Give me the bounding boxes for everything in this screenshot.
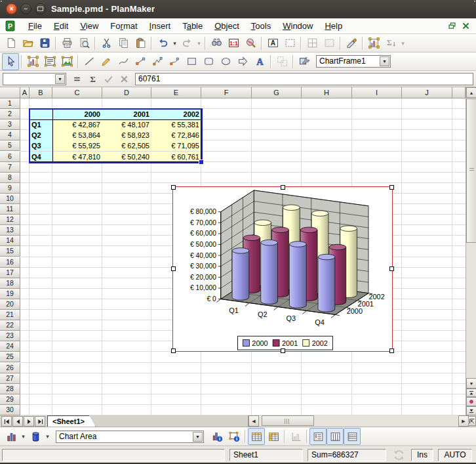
status-auto[interactable]: AUTO (438, 449, 472, 461)
cylinder-button[interactable] (27, 428, 44, 445)
chart-type-button[interactable] (3, 428, 20, 445)
menu-object[interactable]: Object (208, 20, 245, 32)
close-window-icon[interactable] (462, 22, 470, 30)
axes-button[interactable] (287, 428, 304, 445)
row-header-2[interactable]: 2 (0, 109, 20, 119)
polyline-button[interactable] (149, 53, 166, 70)
column-header-H[interactable]: H (302, 87, 352, 98)
scroll-left-button[interactable]: ◀ (248, 415, 259, 427)
resize-handle-s[interactable] (281, 348, 285, 353)
scroll-up-button[interactable]: ▲ (466, 87, 476, 98)
vertical-scroll-thumb[interactable] (466, 98, 476, 243)
zoom-actual-button[interactable] (225, 35, 242, 52)
row-header-20[interactable]: 20 (0, 299, 20, 310)
row-header-21[interactable]: 21 (0, 310, 20, 320)
chart-type-dropdown[interactable]: ▾ (20, 433, 27, 440)
resize-handle-e[interactable] (389, 266, 394, 271)
confirm-button[interactable] (100, 71, 116, 87)
fill-handle[interactable] (199, 159, 204, 165)
legend-button[interactable] (309, 428, 327, 445)
row-header-15[interactable]: 15 (0, 246, 20, 257)
first-sheet-button[interactable] (1, 416, 12, 427)
menu-view[interactable]: View (74, 20, 104, 32)
frame-info-button[interactable] (226, 428, 243, 445)
mark-button[interactable] (466, 397, 476, 406)
status-insert-mode[interactable]: Ins (411, 449, 433, 461)
row-header-10[interactable]: 10 (0, 194, 20, 204)
cancel-button[interactable] (116, 71, 132, 87)
row-header-7[interactable]: 7 (0, 162, 20, 173)
sigma-button[interactable] (85, 71, 100, 87)
row-header-22[interactable]: 22 (0, 320, 20, 331)
menu-help[interactable]: Help (319, 20, 348, 32)
undo-dropdown[interactable]: ▾ (171, 40, 178, 47)
cylinder-dropdown[interactable]: ▾ (44, 433, 51, 440)
scroll-origin-button[interactable] (468, 416, 476, 426)
chart-element-selector[interactable]: Chart Area ▼ (56, 431, 204, 443)
column-header-B[interactable]: B (30, 87, 52, 98)
chevron-down-icon[interactable]: ▼ (55, 74, 65, 84)
menu-file[interactable]: File (22, 20, 48, 32)
autosum-button[interactable] (382, 35, 399, 52)
redo-button[interactable] (178, 35, 195, 52)
last-sheet-button[interactable] (35, 416, 45, 427)
formula-input[interactable] (135, 73, 473, 85)
row-header-14[interactable]: 14 (0, 236, 20, 246)
undo-button[interactable] (154, 35, 171, 52)
row-header-12[interactable]: 12 (0, 215, 20, 225)
cut-button[interactable] (98, 35, 115, 52)
ellipse-button[interactable] (217, 53, 234, 70)
status-sum[interactable]: Sum=686327 (307, 449, 386, 461)
menu-insert[interactable]: Insert (144, 20, 177, 32)
row-header-8[interactable]: 8 (0, 173, 20, 183)
borders-button[interactable] (304, 35, 321, 52)
group-button[interactable] (273, 53, 290, 70)
redo-dropdown[interactable]: ▾ (195, 40, 203, 47)
shading-button[interactable] (321, 35, 338, 52)
split-up-button[interactable] (466, 389, 476, 397)
polygon-button[interactable] (234, 53, 251, 70)
resize-handle-w[interactable] (171, 266, 176, 271)
row-header-23[interactable]: 23 (0, 331, 20, 341)
resize-handle-ne[interactable] (389, 185, 394, 190)
resize-handle-nw[interactable] (171, 185, 176, 190)
chart-frame-button[interactable] (24, 53, 41, 70)
row-header-9[interactable]: 9 (0, 183, 20, 194)
row-header-27[interactable]: 27 (0, 373, 20, 384)
scroll-right-button[interactable]: ▶ (458, 415, 469, 427)
column-header-D[interactable]: D (102, 87, 151, 98)
text-frame-button[interactable] (264, 35, 281, 52)
column-header-E[interactable]: E (151, 87, 201, 98)
image-frame-button[interactable] (58, 53, 75, 70)
row-header-4[interactable]: 4 (0, 130, 20, 140)
column-header-F[interactable]: F (201, 87, 252, 98)
row-header-30[interactable]: 30 (0, 405, 20, 415)
select-arrow-button[interactable] (2, 53, 19, 70)
rectangle-button[interactable] (183, 53, 200, 70)
format-paintbrush-button[interactable] (343, 35, 360, 52)
status-sheet[interactable]: Sheet1 (229, 449, 303, 461)
resize-handle-sw[interactable] (171, 348, 176, 353)
line-button[interactable] (81, 53, 98, 70)
row-header-28[interactable]: 28 (0, 384, 20, 394)
chart-info-button[interactable] (208, 428, 226, 445)
column-header-G[interactable]: G (252, 87, 302, 98)
table-cells-button[interactable] (265, 428, 282, 445)
column-header-I[interactable]: I (352, 87, 402, 98)
next-sheet-button[interactable] (24, 416, 34, 427)
object-properties-button[interactable] (296, 53, 313, 70)
print-button[interactable] (58, 35, 75, 52)
maximize-button[interactable] (35, 3, 46, 14)
close-button[interactable]: × (6, 3, 17, 14)
line-segment-button[interactable] (132, 53, 149, 70)
freehand-button[interactable] (98, 53, 115, 70)
find-button[interactable] (208, 35, 225, 52)
row-header-11[interactable]: 11 (0, 204, 20, 215)
curve-points-button[interactable] (166, 53, 183, 70)
new-document-button[interactable] (2, 35, 19, 52)
menu-tools[interactable]: Tools (245, 20, 277, 32)
select-all-corner[interactable] (0, 87, 20, 98)
row-header-26[interactable]: 26 (0, 363, 20, 373)
text-art-button[interactable] (251, 53, 268, 70)
minimize-button[interactable]: − (20, 3, 31, 14)
